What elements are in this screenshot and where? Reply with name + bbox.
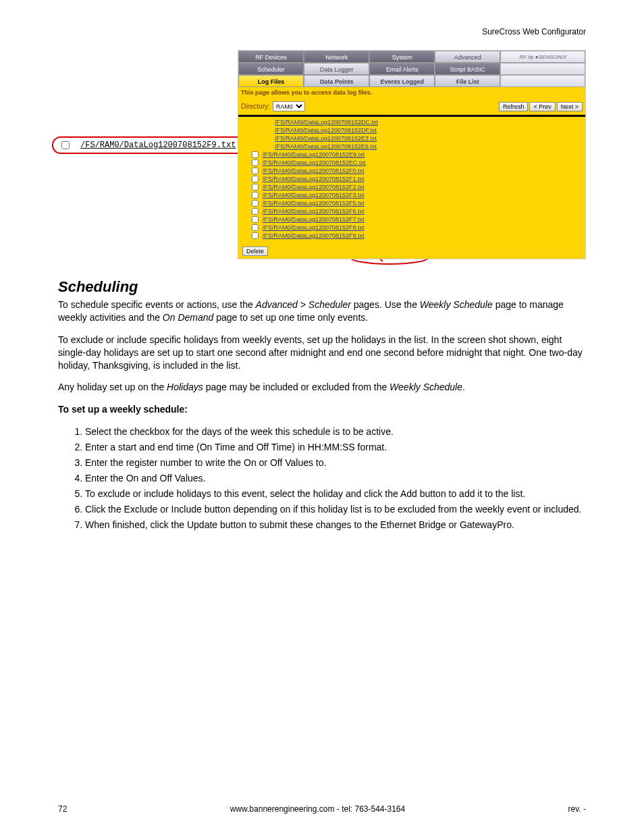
file-link[interactable]: /FS/RAM0/DataLog1200708152F7.txt — [263, 215, 365, 224]
file-row: /FS/RAM0/DataLog1200708152F6.txt — [252, 207, 584, 215]
screenshot-panel: /FS/RAM0/DataLog1200708152F9.txt RF Devi… — [238, 50, 586, 259]
file-checkbox[interactable] — [252, 184, 259, 190]
file-link[interactable]: /FS/RAM0/DataLog1200708152DC.txt — [275, 118, 378, 126]
file-checkbox[interactable] — [252, 200, 259, 207]
tab-row-2: Scheduler Data Logger Email Alerts Scrip… — [238, 63, 585, 75]
steps-list: Select the checkbox for the days of the … — [58, 425, 586, 531]
header-right: SureCross Web Configurator — [58, 27, 586, 36]
file-row: /FS/RAM0/DataLog1200708152E3.txt — [252, 134, 584, 142]
file-link[interactable]: /FS/RAM0/DataLog1200708152F9.txt — [263, 232, 365, 240]
tab-system[interactable]: System — [369, 51, 435, 63]
step-item: To exclude or include holidays to this e… — [85, 488, 586, 500]
file-checkbox[interactable] — [252, 151, 259, 158]
file-link[interactable]: /FS/RAM0/DataLog1200708152F6.txt — [263, 207, 365, 215]
tab-network[interactable]: Network — [304, 51, 369, 63]
tab-empty-1 — [500, 63, 585, 75]
file-link[interactable]: /FS/RAM0/DataLog1200708152DF.txt — [275, 126, 377, 134]
footer: 72 www.bannerengineering.com - tel: 763-… — [58, 804, 586, 814]
tab-email-alerts[interactable]: Email Alerts — [369, 63, 435, 75]
file-checkbox[interactable] — [252, 232, 259, 239]
callout-filename: /FS/RAM0/DataLog1200708152F9.txt — [80, 140, 236, 150]
file-link[interactable]: /FS/RAM0/DataLog1200708152E3.txt — [275, 134, 377, 142]
step-item: When finished, click the Update button t… — [85, 519, 586, 531]
tab-log-files[interactable]: Log Files — [238, 75, 304, 87]
file-link[interactable]: /FS/RAM0/DataLog1200708152EC.txt — [263, 159, 366, 167]
tab-events-logged[interactable]: Events Logged — [369, 75, 435, 87]
tab-advanced[interactable]: Advanced — [435, 51, 500, 63]
section-heading: Scheduling — [58, 278, 586, 296]
app-frame: RF Devices Network System Advanced RF by… — [238, 50, 586, 259]
tab-rf-devices[interactable]: RF Devices — [238, 51, 304, 63]
step-item: Enter a start and end time (On Time and … — [85, 441, 586, 454]
file-link[interactable]: /FS/RAM0/DataLog1200708152F8.txt — [263, 224, 365, 232]
file-row: /FS/RAM0/DataLog1200708152EC.txt — [252, 159, 584, 167]
file-link[interactable]: /FS/RAM0/DataLog1200708152F1.txt — [263, 175, 365, 183]
file-checkbox[interactable] — [252, 224, 259, 231]
prev-button[interactable]: < Prev — [529, 102, 555, 111]
file-row: /FS/RAM0/DataLog1200708152DC.txt — [252, 118, 584, 126]
file-link[interactable]: /FS/RAM0/DataLog1200708152F0.txt — [263, 167, 365, 175]
file-row: /FS/RAM0/DataLog1200708152F1.txt — [252, 175, 584, 183]
step-item: Select the checkbox for the days of the … — [85, 425, 586, 438]
file-checkbox[interactable] — [252, 159, 259, 166]
file-row: /FS/RAM0/DataLog1200708152F8.txt — [252, 224, 584, 232]
directory-row: Directory: RAM0 Refresh < Prev Next > — [238, 98, 585, 115]
footer-page: 72 — [58, 804, 67, 814]
tab-empty-2 — [500, 75, 585, 87]
file-row: /FS/RAM0/DataLog1200708152DF.txt — [252, 126, 584, 134]
file-checkbox[interactable] — [252, 192, 259, 199]
paragraph-1: To schedule specific events or actions, … — [58, 298, 586, 324]
file-link[interactable]: /FS/RAM0/DataLog1200708152F2.txt — [263, 183, 365, 191]
tab-script-basic[interactable]: Script BASIC — [435, 63, 500, 75]
footer-center: www.bannerengineering.com - tel: 763-544… — [230, 804, 406, 814]
file-list: /FS/RAM0/DataLog1200708152DC.txt /FS/RAM… — [238, 117, 585, 244]
file-row: /FS/RAM0/DataLog1200708152F2.txt — [252, 183, 584, 191]
file-row: /FS/RAM0/DataLog1200708152F7.txt — [252, 215, 584, 224]
file-row: /FS/RAM0/DataLog1200708152F9.txt — [252, 232, 584, 240]
file-row: /FS/RAM0/DataLog1200708152F5.txt — [252, 199, 584, 207]
file-link[interactable]: /FS/RAM0/DataLog1200708152F5.txt — [263, 199, 365, 207]
delete-button[interactable]: Delete — [242, 246, 268, 256]
file-row: /FS/RAM0/DataLog1200708152F3.txt — [252, 191, 584, 199]
directory-label: Directory: — [241, 103, 270, 110]
page-description: This page allows you to access data log … — [238, 87, 585, 98]
tab-row-3: Log Files Data Points Events Logged File… — [238, 75, 585, 87]
directory-select[interactable]: RAM0 — [273, 101, 305, 111]
step-item: Click the Exclude or Include button depe… — [85, 503, 586, 516]
refresh-button[interactable]: Refresh — [499, 102, 529, 111]
next-button[interactable]: Next > — [557, 102, 583, 111]
paragraph-3: Any holiday set up on the Holidays page … — [58, 381, 586, 394]
callout-zoom: /FS/RAM0/DataLog1200708152F9.txt — [52, 136, 260, 154]
tab-file-list[interactable]: File List — [435, 75, 500, 87]
file-link[interactable]: /FS/RAM0/DataLog1200708152E6.txt — [275, 142, 377, 151]
file-row: /FS/RAM0/DataLog1200708152F0.txt — [252, 167, 584, 175]
step-item: Enter the On and Off Values. — [85, 472, 586, 485]
file-row: /FS/RAM0/DataLog1200708152E6.txt — [252, 142, 584, 151]
footer-right: rev. - — [568, 804, 586, 814]
file-row: /FS/RAM0/DataLog1200708152E9.txt — [252, 151, 584, 159]
tab-data-logger[interactable]: Data Logger — [304, 63, 369, 75]
file-checkbox[interactable] — [252, 167, 259, 174]
file-link[interactable]: /FS/RAM0/DataLog1200708152F3.txt — [263, 191, 365, 199]
paragraph-2: To exclude or include specific holidays … — [58, 334, 586, 372]
setup-heading: To set up a weekly schedule: — [58, 403, 586, 416]
tab-data-points[interactable]: Data Points — [304, 75, 369, 87]
file-checkbox[interactable] — [252, 208, 259, 215]
file-checkbox[interactable] — [252, 216, 259, 223]
file-link[interactable]: /FS/RAM0/DataLog1200708152E9.txt — [263, 151, 365, 159]
tab-scheduler[interactable]: Scheduler — [238, 63, 304, 75]
step-item: Enter the register number to write the O… — [85, 457, 586, 469]
callout-checkbox[interactable] — [61, 141, 70, 149]
tab-row-1: RF Devices Network System Advanced RF by… — [238, 51, 585, 63]
file-checkbox[interactable] — [252, 176, 259, 182]
delete-row: Delete — [238, 244, 585, 259]
brand-label: RF by ●SENSONIX — [500, 51, 585, 63]
